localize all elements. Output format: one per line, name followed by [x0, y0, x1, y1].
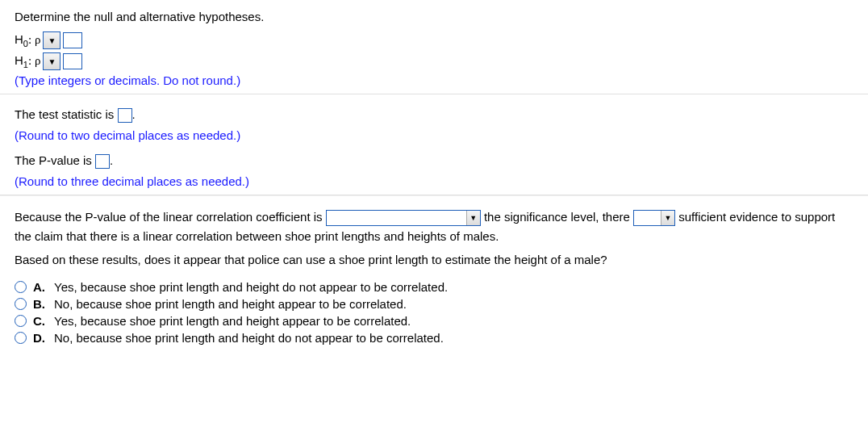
option-b: B. No, because shoe print length and hei…	[15, 297, 853, 311]
h0-value-input[interactable]	[63, 32, 82, 48]
option-letter: A.	[33, 280, 48, 294]
chevron-down-icon: ▼	[661, 211, 674, 225]
option-d: D. No, because shoe print length and hei…	[15, 331, 853, 345]
option-a: A. Yes, because shoe print length and he…	[15, 280, 853, 294]
test-statistic-hint: (Round to two decimal places as needed.)	[15, 128, 853, 142]
h1-symbol: H1: ρ	[15, 53, 40, 69]
conclusion-sentence: Because the P-value of the linear correl…	[15, 207, 853, 246]
hypotheses-section: Determine the null and alternative hypot…	[0, 0, 868, 94]
hypotheses-hint: (Type integers or decimals. Do not round…	[15, 73, 853, 87]
option-text: Yes, because shoe print length and heigh…	[54, 314, 411, 328]
h0-line: H0: ρ ▼	[15, 31, 853, 49]
radio-d[interactable]	[15, 332, 27, 344]
test-statistic-input[interactable]	[118, 108, 132, 123]
option-text: No, because shoe print length and height…	[54, 297, 407, 311]
evidence-dropdown[interactable]: ▼	[633, 210, 675, 226]
h1-operator-dropdown[interactable]: ▼	[43, 52, 61, 70]
h1-value-input[interactable]	[63, 53, 82, 69]
option-letter: D.	[33, 331, 48, 345]
radio-b[interactable]	[15, 298, 27, 310]
radio-c[interactable]	[15, 315, 27, 327]
prompt-text: Determine the null and alternative hypot…	[15, 10, 853, 23]
option-text: No, because shoe print length and height…	[54, 331, 444, 345]
h0-symbol: H0: ρ	[15, 32, 40, 48]
conclusion-section: Because the P-value of the linear correl…	[0, 195, 868, 354]
statistic-section: The test statistic is . (Round to two de…	[0, 94, 868, 195]
p-value-input[interactable]	[95, 154, 110, 169]
p-value-line: The P-value is .	[15, 152, 853, 170]
h1-line: H1: ρ ▼	[15, 52, 853, 70]
p-value-hint: (Round to three decimal places as needed…	[15, 174, 853, 188]
test-statistic-line: The test statistic is .	[15, 106, 853, 124]
option-letter: B.	[33, 297, 48, 311]
pvalue-compare-dropdown[interactable]: ▼	[326, 210, 481, 226]
option-c: C. Yes, because shoe print length and he…	[15, 314, 853, 328]
mc-options: A. Yes, because shoe print length and he…	[15, 280, 853, 345]
chevron-down-icon: ▼	[466, 211, 480, 225]
h0-operator-dropdown[interactable]: ▼	[43, 31, 61, 49]
option-letter: C.	[33, 314, 48, 328]
followup-question: Based on these results, does it appear t…	[15, 251, 853, 269]
option-text: Yes, because shoe print length and heigh…	[54, 280, 448, 294]
radio-a[interactable]	[15, 281, 27, 293]
